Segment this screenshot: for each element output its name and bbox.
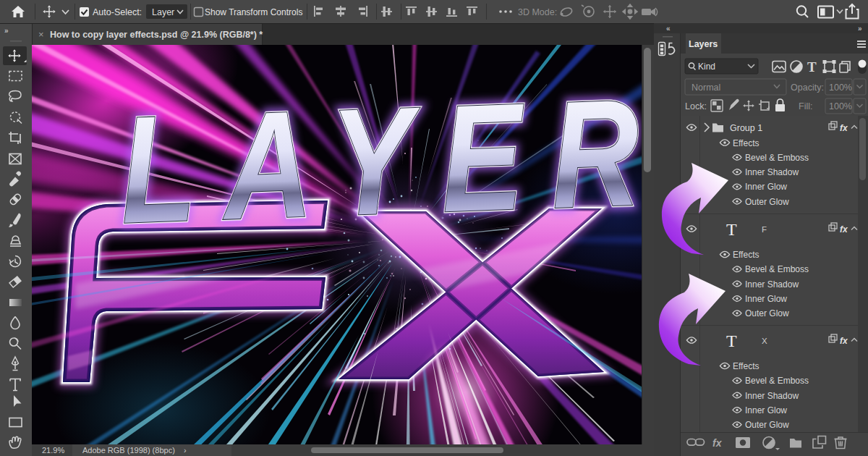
svg-text:T: T bbox=[726, 220, 737, 239]
svg-text:Layer: Layer bbox=[152, 7, 174, 17]
svg-text:»: » bbox=[4, 27, 9, 35]
svg-text:Layers: Layers bbox=[689, 39, 718, 49]
svg-text:fx: fx bbox=[840, 336, 848, 346]
svg-text:Effects: Effects bbox=[733, 138, 759, 148]
svg-text:F: F bbox=[762, 225, 767, 234]
svg-text:Outer Glow: Outer Glow bbox=[745, 308, 789, 318]
svg-text:Auto-Select:: Auto-Select: bbox=[93, 7, 142, 17]
svg-text:Group 1: Group 1 bbox=[730, 123, 762, 133]
svg-text:Inner Glow: Inner Glow bbox=[745, 405, 787, 415]
svg-text:100%: 100% bbox=[829, 83, 852, 93]
svg-text:T: T bbox=[726, 332, 737, 350]
svg-text:»: » bbox=[858, 25, 862, 33]
svg-text:Lock:: Lock: bbox=[685, 101, 707, 111]
svg-text:Inner Shadow: Inner Shadow bbox=[745, 279, 799, 290]
svg-text:fx: fx bbox=[840, 123, 848, 133]
svg-text:Normal: Normal bbox=[692, 83, 720, 93]
svg-text:Effects: Effects bbox=[733, 250, 759, 260]
svg-text:100%: 100% bbox=[829, 101, 852, 111]
svg-text:Effects: Effects bbox=[733, 361, 759, 371]
svg-text:X: X bbox=[762, 337, 767, 345]
svg-text:Inner Shadow: Inner Shadow bbox=[745, 167, 799, 177]
svg-text:Outer Glow: Outer Glow bbox=[745, 420, 789, 430]
svg-text:Opacity:: Opacity: bbox=[791, 83, 824, 93]
svg-text:Outer Glow: Outer Glow bbox=[745, 197, 789, 207]
svg-text:fx: fx bbox=[840, 224, 848, 235]
svg-text:Bevel & Emboss: Bevel & Emboss bbox=[745, 264, 809, 274]
svg-text:Inner Shadow: Inner Shadow bbox=[745, 391, 799, 401]
svg-text:T: T bbox=[807, 59, 817, 75]
svg-text:Show Transform Controls: Show Transform Controls bbox=[205, 7, 302, 17]
svg-text:Inner Glow: Inner Glow bbox=[745, 182, 787, 192]
svg-text:Bevel & Emboss: Bevel & Emboss bbox=[745, 153, 809, 163]
svg-text:Kind: Kind bbox=[698, 62, 715, 72]
svg-text:«: « bbox=[666, 25, 671, 33]
svg-text:fx: fx bbox=[712, 437, 723, 449]
svg-text:3D Mode:: 3D Mode: bbox=[518, 7, 557, 17]
svg-text:Fill:: Fill: bbox=[799, 101, 812, 111]
svg-text:Inner Glow: Inner Glow bbox=[745, 294, 787, 304]
svg-text:Bevel & Emboss: Bevel & Emboss bbox=[745, 376, 809, 386]
